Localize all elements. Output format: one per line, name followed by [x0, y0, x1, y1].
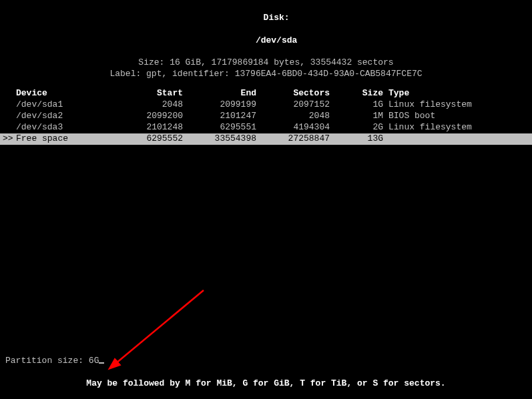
- table-row[interactable]: /dev/sda1 2048 2099199 2097152 1G Linux …: [0, 99, 532, 111]
- col-end: End: [183, 88, 256, 99]
- prompt-value: 6G: [89, 356, 99, 366]
- table-row[interactable]: /dev/sda3 2101248 6295551 4194304 2G Lin…: [0, 122, 532, 133]
- col-device: Device: [16, 88, 116, 99]
- cell-type: [383, 133, 532, 145]
- cell-end: 33554398: [183, 133, 256, 145]
- cell-end: 6295551: [183, 122, 256, 133]
- cell-type: BIOS boot: [383, 111, 532, 122]
- annotation-arrow-icon: [103, 287, 210, 374]
- col-size: Size: [330, 88, 383, 99]
- hint-text: May be followed by M for MiB, G for GiB,…: [0, 378, 532, 390]
- cell-device: /dev/sda1: [16, 99, 116, 111]
- prompt-label: Partition size:: [5, 356, 89, 366]
- table-header-row: Device Start End Sectors Size Type: [0, 88, 532, 99]
- cell-device: Free space: [16, 133, 116, 145]
- cell-size: 2G: [330, 122, 383, 133]
- disk-header: Disk: /dev/sda Size: 16 GiB, 17179869184…: [0, 0, 532, 80]
- cell-device: /dev/sda2: [16, 111, 116, 122]
- cell-type: Linux filesystem: [383, 99, 532, 111]
- cell-type: Linux filesystem: [383, 122, 532, 133]
- cell-start: 2099200: [116, 111, 183, 122]
- table-row[interactable]: /dev/sda2 2099200 2101247 2048 1M BIOS b…: [0, 111, 532, 122]
- svg-line-0: [115, 290, 204, 364]
- cell-size: 1M: [330, 111, 383, 122]
- cell-sectors: 27258847: [256, 133, 330, 145]
- col-sectors: Sectors: [256, 88, 330, 99]
- cell-device: /dev/sda3: [16, 122, 116, 133]
- cell-size: 1G: [330, 99, 383, 111]
- partition-size-prompt[interactable]: Partition size: 6G: [5, 356, 104, 367]
- disk-label-line: Label: gpt, identifier: 13796EA4-6BD0-43…: [0, 69, 532, 80]
- cell-end: 2099199: [183, 99, 256, 111]
- disk-label: Disk:: [264, 13, 290, 23]
- text-cursor-icon: [99, 362, 104, 364]
- disk-size-line: Size: 16 GiB, 17179869184 bytes, 3355443…: [0, 57, 532, 69]
- col-start: Start: [116, 88, 183, 99]
- cell-start: 2101248: [116, 122, 183, 133]
- partition-table: Device Start End Sectors Size Type /dev/…: [0, 88, 532, 144]
- selection-marker: >>: [0, 133, 16, 145]
- cell-start: 2048: [116, 99, 183, 111]
- cell-end: 2101247: [183, 111, 256, 122]
- cell-start: 6295552: [116, 133, 183, 145]
- cell-sectors: 4194304: [256, 122, 330, 133]
- disk-path: /dev/sda: [256, 35, 297, 45]
- table-row-selected[interactable]: >> Free space 6295552 33554398 27258847 …: [0, 133, 532, 145]
- cell-size: 13G: [330, 133, 383, 145]
- cell-sectors: 2097152: [256, 99, 330, 111]
- col-type: Type: [383, 88, 532, 99]
- cell-sectors: 2048: [256, 111, 330, 122]
